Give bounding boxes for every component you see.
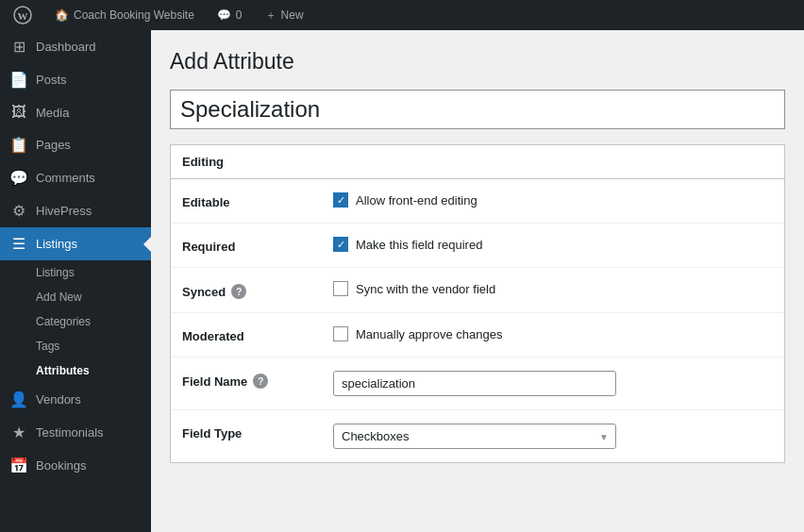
sidebar-item-add-new[interactable]: Add New [0, 285, 151, 309]
moderated-checkbox-label: Manually approve changes [356, 327, 502, 341]
field-name-label: Field Name ? [182, 371, 333, 389]
field-name-row: Field Name ? [171, 357, 784, 410]
wp-logo-button[interactable]: W [8, 0, 38, 30]
sidebar-item-comments[interactable]: 💬 Comments [0, 161, 151, 194]
top-bar: W 🏠 Coach Booking Website 💬 0 ＋ New [0, 0, 804, 30]
editable-row: Editable Allow front-end editing [171, 179, 784, 224]
synced-checkbox-label: Sync with the vendor field [356, 282, 495, 296]
sidebar-item-testimonials[interactable]: ★ Testimonials [0, 416, 151, 449]
pages-icon: 📋 [9, 136, 28, 154]
plus-icon: ＋ [265, 8, 276, 24]
synced-label: Synced ? [182, 281, 333, 299]
synced-checkbox-wrapper: Sync with the vendor field [333, 281, 495, 296]
required-control: Make this field required [333, 237, 773, 252]
editable-checkbox[interactable] [333, 192, 348, 208]
editing-section: Editing Editable Allow front-end editing [170, 144, 785, 463]
sidebar-item-tags[interactable]: Tags [0, 334, 151, 358]
page-title: Add Attribute [170, 49, 785, 75]
posts-icon: 📄 [9, 71, 28, 89]
active-indicator [143, 237, 151, 252]
required-checkbox-wrapper: Make this field required [333, 237, 482, 252]
moderated-checkbox-wrapper: Manually approve changes [333, 326, 502, 341]
moderated-label: Moderated [182, 326, 333, 343]
vendors-icon: 👤 [9, 391, 28, 408]
editing-section-header: Editing [171, 145, 784, 179]
editing-section-body: Editable Allow front-end editing Require… [171, 179, 784, 462]
sidebar-item-pages[interactable]: 📋 Pages [0, 128, 151, 161]
required-row: Required Make this field required [171, 224, 784, 268]
sidebar-item-dashboard[interactable]: ⊞ Dashboard [0, 30, 151, 63]
moderated-checkbox[interactable] [333, 326, 348, 341]
moderated-row: Moderated Manually approve changes [171, 313, 784, 357]
hivepress-icon: ⚙ [9, 202, 28, 220]
field-type-select[interactable]: Checkboxes Text Number Date Select [333, 424, 616, 449]
bookings-icon: 📅 [9, 457, 28, 474]
sidebar-item-attributes[interactable]: Attributes [0, 358, 151, 383]
required-checkbox[interactable] [333, 237, 348, 252]
testimonials-icon: ★ [9, 424, 28, 441]
synced-checkbox[interactable] [333, 281, 348, 296]
sidebar-item-categories[interactable]: Categories [0, 309, 151, 334]
field-type-control: Checkboxes Text Number Date Select ▼ [333, 424, 773, 449]
new-content-button[interactable]: ＋ New [260, 0, 310, 30]
home-icon: 🏠 [55, 8, 69, 22]
moderated-control: Manually approve changes [333, 326, 773, 341]
sidebar-item-media[interactable]: 🖼 Media [0, 96, 151, 128]
field-type-label: Field Type [182, 424, 333, 441]
editable-checkbox-wrapper: Allow front-end editing [333, 192, 477, 208]
synced-help-icon[interactable]: ? [231, 284, 246, 299]
editable-checkbox-label: Allow front-end editing [356, 193, 477, 208]
sidebar-item-posts[interactable]: 📄 Posts [0, 63, 151, 96]
field-type-select-wrapper: Checkboxes Text Number Date Select ▼ [333, 424, 616, 449]
svg-text:W: W [18, 10, 28, 22]
synced-row: Synced ? Sync with the vendor field [171, 268, 784, 313]
field-name-help-icon[interactable]: ? [253, 374, 268, 389]
main-layout: ⊞ Dashboard 📄 Posts 🖼 Media 📋 Pages 💬 Co… [0, 30, 804, 532]
editable-control: Allow front-end editing [333, 192, 773, 208]
sidebar: ⊞ Dashboard 📄 Posts 🖼 Media 📋 Pages 💬 Co… [0, 30, 151, 532]
field-name-input[interactable] [333, 371, 616, 396]
comments-nav-icon: 💬 [9, 169, 28, 187]
required-checkbox-label: Make this field required [356, 238, 482, 252]
editable-label: Editable [182, 192, 333, 209]
main-content: Add Attribute Editing Editable Allow fro… [151, 30, 804, 532]
dashboard-icon: ⊞ [9, 38, 28, 56]
comments-icon: 💬 [217, 8, 231, 22]
required-label: Required [182, 237, 333, 254]
media-icon: 🖼 [9, 104, 28, 121]
sidebar-item-listings[interactable]: ☰ Listings [0, 227, 151, 260]
field-type-row: Field Type Checkboxes Text Number Date S… [171, 410, 784, 462]
sidebar-item-listings-list[interactable]: Listings [0, 260, 151, 285]
site-name-link[interactable]: 🏠 Coach Booking Website [49, 0, 200, 30]
sidebar-item-hivepress[interactable]: ⚙ HivePress [0, 194, 151, 227]
listings-icon: ☰ [9, 235, 28, 253]
sidebar-item-vendors[interactable]: 👤 Vendors [0, 383, 151, 416]
sidebar-item-bookings[interactable]: 📅 Bookings [0, 449, 151, 482]
field-name-control [333, 371, 773, 396]
listings-submenu: Listings Add New Categories Tags Attribu… [0, 260, 151, 383]
attribute-name-input[interactable] [170, 90, 785, 129]
synced-control: Sync with the vendor field [333, 281, 773, 296]
comments-link[interactable]: 💬 0 [211, 0, 248, 30]
